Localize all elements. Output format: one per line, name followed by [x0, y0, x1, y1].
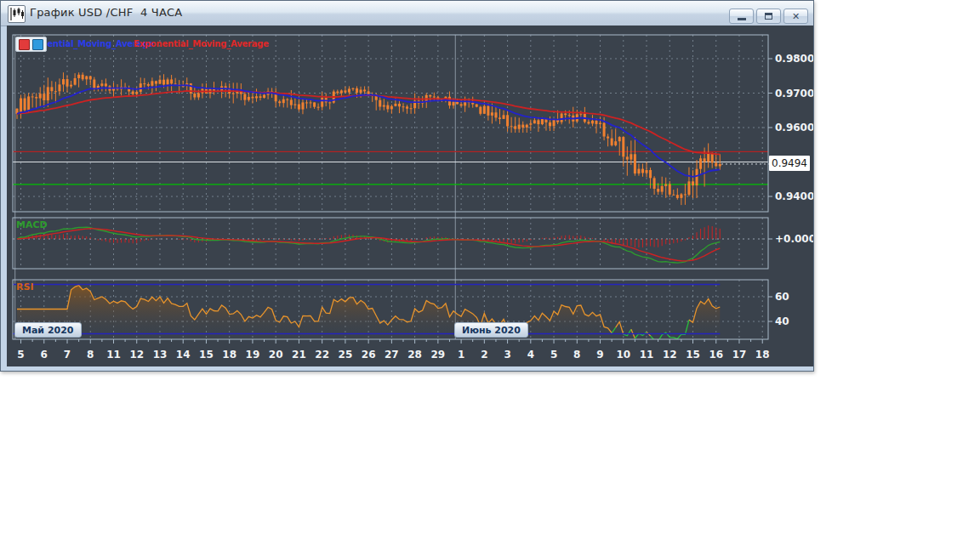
svg-text:6: 6: [41, 349, 48, 361]
svg-text:0.9600: 0.9600: [775, 122, 813, 133]
svg-text:22: 22: [315, 349, 329, 361]
candles-series: [16, 72, 721, 205]
svg-text:4: 4: [527, 349, 534, 361]
svg-text:17: 17: [732, 349, 747, 361]
svg-text:19: 19: [246, 349, 260, 361]
svg-text:15: 15: [686, 349, 700, 361]
svg-text:12: 12: [129, 349, 144, 361]
svg-text:20: 20: [269, 349, 283, 361]
svg-text:27: 27: [385, 349, 399, 361]
candlestick-chart-icon: [8, 5, 26, 23]
indicator-swatch-box: [15, 37, 47, 52]
svg-text:MACD: MACD: [16, 219, 48, 230]
svg-text:11: 11: [640, 349, 654, 361]
close-button[interactable]: ✕: [783, 9, 808, 24]
svg-text:0.9700: 0.9700: [775, 88, 813, 99]
svg-text:12: 12: [663, 349, 677, 361]
svg-text:25: 25: [339, 349, 353, 361]
svg-text:1: 1: [458, 349, 464, 361]
minimize-icon: [738, 18, 746, 20]
svg-text:5: 5: [17, 349, 24, 361]
svg-text:9: 9: [596, 349, 603, 361]
svg-text:RSI: RSI: [16, 281, 34, 293]
svg-text:10: 10: [616, 349, 630, 361]
indicator-labels: MACDRSI: [16, 219, 48, 293]
svg-text:13: 13: [153, 349, 168, 361]
close-icon: ✕: [792, 12, 800, 21]
maximize-icon: [765, 13, 772, 20]
svg-text:26: 26: [362, 349, 376, 361]
svg-text:40: 40: [775, 315, 789, 327]
svg-text:18: 18: [755, 349, 770, 361]
svg-text:0.9400: 0.9400: [775, 190, 813, 202]
svg-text:28: 28: [407, 349, 422, 361]
month-label-june: Июнь 2020: [454, 322, 528, 338]
svg-text:0.9800: 0.9800: [775, 53, 813, 65]
maximize-button[interactable]: [756, 9, 781, 24]
svg-text:8: 8: [87, 349, 94, 361]
svg-text:29: 29: [431, 349, 446, 361]
svg-text:15: 15: [199, 349, 214, 361]
svg-text:21: 21: [292, 349, 306, 361]
blue-swatch-button[interactable]: [32, 39, 43, 50]
svg-text:11: 11: [106, 349, 121, 361]
time-axis[interactable]: 5678111213141518192021222526272829123458…: [17, 339, 769, 361]
window-title: График USD /CHF 4 ЧАСА: [30, 6, 182, 19]
svg-text:8: 8: [573, 349, 580, 361]
svg-text:3: 3: [504, 349, 510, 361]
rsi-fill: [17, 286, 720, 342]
svg-text:16: 16: [709, 349, 723, 361]
minimize-button[interactable]: [729, 9, 754, 24]
month-label-may: Май 2020: [14, 322, 82, 338]
svg-text:7: 7: [64, 349, 71, 361]
svg-text:5: 5: [550, 349, 557, 361]
svg-text:14: 14: [176, 349, 191, 361]
price-axis[interactable]: 0.98000.97000.96000.9400+0.0006040: [768, 53, 813, 327]
titlebar[interactable]: График USD /CHF 4 ЧАСА ✕: [1, 1, 813, 26]
ma-red-legend-label: Exponential_Moving_Average: [134, 39, 269, 48]
chart-canvas[interactable]: MACDRSI0.98000.97000.96000.9400+0.000604…: [7, 26, 813, 366]
red-swatch-button[interactable]: [19, 39, 30, 50]
svg-text:2: 2: [481, 349, 487, 361]
svg-text:60: 60: [775, 291, 789, 303]
chart-content[interactable]: MACDRSI0.98000.97000.96000.9400+0.000604…: [7, 26, 813, 366]
chart-window: График USD /CHF 4 ЧАСА ✕ MACDRSI0.98000.…: [0, 0, 814, 372]
svg-text:18: 18: [222, 349, 236, 361]
svg-text:+0.000: +0.000: [775, 233, 813, 245]
current-price-box: 0.9494: [769, 156, 810, 171]
